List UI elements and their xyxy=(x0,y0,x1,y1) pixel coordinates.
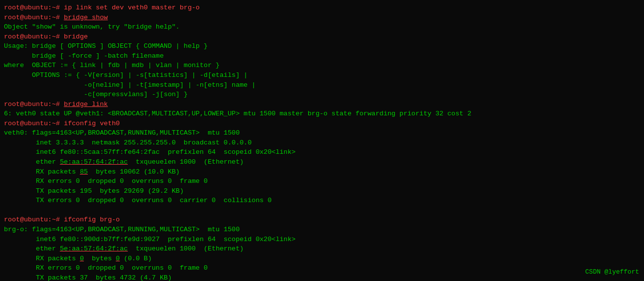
terminal-line: root@ubuntu:~# bridge show xyxy=(4,13,640,23)
terminal-line: inet 3.3.3.3 netmask 255.255.255.0 broad… xyxy=(4,138,640,148)
terminal-line: root@ubuntu:~# bridge xyxy=(4,32,640,42)
terminal-line: TX packets 37 bytes 4732 (4.7 KB) xyxy=(4,273,640,281)
terminal-line: root@ubuntu:~# ip link set dev veth0 mas… xyxy=(4,3,640,13)
terminal-line: root@ubuntu:~# ifconfig veth0 xyxy=(4,119,640,129)
terminal-line: TX packets 195 bytes 29269 (29.2 KB) xyxy=(4,186,640,196)
terminal-line: root@ubuntu:~# ifconfig brg-o xyxy=(4,215,640,225)
terminal-line: TX errors 0 dropped 0 overruns 0 carrier… xyxy=(4,196,640,206)
terminal-line: RX packets 0 bytes 0 (0.0 B) xyxy=(4,254,640,264)
terminal-line: 6: veth0 state UP @veth1: <BROADCAST,MUL… xyxy=(4,109,640,119)
terminal-line: OPTIONS := { -V[ersion] | -s[tatistics] … xyxy=(4,70,640,80)
terminal-line xyxy=(4,206,640,215)
terminal-line: RX errors 0 dropped 0 overruns 0 frame 0 xyxy=(4,176,640,186)
terminal-line: bridge [ -force ] -batch filename xyxy=(4,51,640,61)
watermark: CSDN @lyeffort xyxy=(585,268,639,277)
terminal-line: where OBJECT := { link | fdb | mdb | vla… xyxy=(4,61,640,70)
terminal-line: Object "show" is unknown, try "bridge he… xyxy=(4,22,640,32)
terminal-line: inet6 fe80::5caa:57ff:fe64:2fac prefixle… xyxy=(4,147,640,157)
terminal: root@ubuntu:~# ip link set dev veth0 mas… xyxy=(4,3,640,278)
terminal-line: -c[ompressvlans] -j[son] } xyxy=(4,90,640,100)
terminal-line: root@ubuntu:~# bridge link xyxy=(4,100,640,109)
terminal-line: veth0: flags=4163<UP,BROADCAST,RUNNING,M… xyxy=(4,128,640,138)
terminal-line: Usage: bridge [ OPTIONS ] OBJECT { COMMA… xyxy=(4,41,640,51)
terminal-line: RX errors 0 dropped 0 overruns 0 frame 0 xyxy=(4,263,640,273)
terminal-line: RX packets 85 bytes 10062 (10.0 KB) xyxy=(4,167,640,177)
terminal-line: ether 5e:aa:57:64:2f:ac txqueuelen 1000 … xyxy=(4,157,640,167)
terminal-line: -o[neline] | -t[imestamp] | -n[etns] nam… xyxy=(4,80,640,90)
terminal-line: ether 5e:aa:57:64:2f:ac txqueuelen 1000 … xyxy=(4,244,640,254)
terminal-line: brg-o: flags=4163<UP,BROADCAST,RUNNING,M… xyxy=(4,225,640,235)
terminal-line: inet6 fe80::900d:b7ff:fe9d:9027 prefixle… xyxy=(4,235,640,245)
